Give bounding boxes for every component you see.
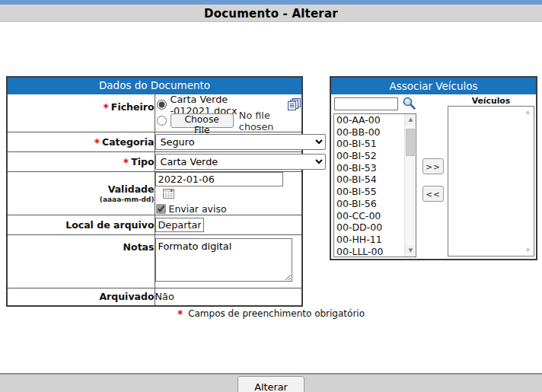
vehicle-option[interactable]: 00-AA-00 <box>334 114 404 126</box>
vehicle-option[interactable]: 00-BB-00 <box>334 126 404 139</box>
notas-label: Notas <box>123 241 155 253</box>
validade-format-hint: (aaaa-mm-dd) <box>8 196 155 203</box>
form-row-categoria: *Categoria Seguro <box>7 132 302 151</box>
vehicle-option[interactable]: 00-LLL-00 <box>334 246 404 257</box>
page-header-bar: Documento - Alterar <box>0 5 542 22</box>
document-edit-page: Documento - Alterar Dados do Documento *… <box>0 0 542 392</box>
local-arquivo-label: Local de arquivo <box>65 219 154 231</box>
page-title: Documento - Alterar <box>204 7 338 21</box>
listbox-scrollbar[interactable]: ▲ ▼ <box>404 114 416 257</box>
categoria-select[interactable]: Seguro <box>155 134 326 150</box>
local-arquivo-input[interactable] <box>155 218 204 232</box>
associate-vehicles-panel: Associar Veículos 00-AA-0000-BB-0000-BI-… <box>330 76 537 260</box>
scrollbar-thumb[interactable] <box>406 129 415 156</box>
document-form: Dados do Documento *Ficheiro Carta Verde… <box>6 76 303 307</box>
existing-file-radio[interactable] <box>157 100 167 110</box>
vehicle-option[interactable]: 00-BI-52 <box>334 150 404 162</box>
add-vehicle-button[interactable]: >> <box>422 158 444 174</box>
document-form-title: Dados do Documento <box>7 77 302 94</box>
associated-vehicles-listbox[interactable]: ▲ ▼ <box>448 106 534 257</box>
search-icon[interactable] <box>402 96 416 113</box>
vehicle-option[interactable]: 00-BI-54 <box>334 174 404 186</box>
choose-file-button[interactable]: Choose File <box>171 113 234 128</box>
vehicle-option[interactable]: 00-DD-00 <box>334 221 404 234</box>
bottom-action-bar: Alterar <box>0 373 542 392</box>
form-row-ficheiro: *Ficheiro Carta Verde -012021.docx <box>7 94 302 132</box>
scroll-up-icon: ▲ <box>524 109 532 115</box>
vehicle-option[interactable]: 00-BI-51 <box>334 138 404 150</box>
notas-textarea[interactable]: Formato digital <box>155 238 292 282</box>
vehicles-panel-title: Associar Veículos <box>331 78 536 94</box>
scroll-down-icon[interactable]: ▼ <box>405 245 416 257</box>
calendar-icon[interactable] <box>163 190 175 202</box>
upload-file-radio[interactable] <box>157 116 167 126</box>
tipo-label: Tipo <box>131 156 154 167</box>
tipo-select[interactable]: Carta Verde <box>155 154 326 170</box>
form-header-row: Dados do Documento <box>7 77 302 94</box>
vehicle-option[interactable]: 00-BI-53 <box>334 162 404 174</box>
arquivado-label: Arquivado <box>99 291 154 302</box>
required-asterisk: * <box>94 136 100 148</box>
categoria-label: Categoria <box>102 136 154 148</box>
form-row-tipo: *Tipo Carta Verde <box>7 151 302 171</box>
validade-input[interactable] <box>155 172 283 186</box>
enviar-aviso-label: Enviar aviso <box>169 203 227 215</box>
form-row-notas: Notas Formato digital <box>7 234 302 288</box>
copy-documents-icon[interactable] <box>288 98 301 113</box>
ficheiro-label: Ficheiro <box>111 101 155 113</box>
available-vehicles-listbox[interactable]: 00-AA-0000-BB-0000-BI-5100-BI-5200-BI-53… <box>333 113 416 257</box>
scroll-down-icon: ▼ <box>524 247 532 253</box>
validade-label: Validade <box>8 183 155 195</box>
alterar-button[interactable]: Alterar <box>238 376 304 392</box>
no-file-chosen-text: No file chosen <box>239 110 301 132</box>
form-row-arquivado: Arquivado Não <box>7 288 302 306</box>
arquivado-value: Não <box>155 291 174 302</box>
vehicle-option[interactable]: 00-CC-00 <box>334 210 404 222</box>
vehicle-option[interactable]: 00-HH-11 <box>334 234 404 246</box>
required-asterisk: * <box>177 308 183 320</box>
form-row-validade: Validade (aaaa-mm-dd) <box>7 171 302 215</box>
required-asterisk: * <box>123 156 129 168</box>
required-asterisk: * <box>104 101 109 113</box>
required-note-text: Campos de preenchimento obrigatório <box>188 308 365 319</box>
scroll-up-icon[interactable]: ▲ <box>405 114 416 126</box>
vehicle-option[interactable]: 00-BI-56 <box>334 198 404 210</box>
form-row-local-arquivo: Local de arquivo <box>7 215 302 234</box>
vehicle-search-input[interactable] <box>334 97 398 110</box>
enviar-aviso-checkbox[interactable] <box>156 204 166 214</box>
required-fields-note: * Campos de preenchimento obrigatório <box>0 307 542 319</box>
remove-vehicle-button[interactable]: << <box>422 186 444 202</box>
available-vehicles-items: 00-AA-0000-BB-0000-BI-5100-BI-5200-BI-53… <box>334 114 404 257</box>
vehicle-option[interactable]: 00-BI-55 <box>334 186 404 198</box>
